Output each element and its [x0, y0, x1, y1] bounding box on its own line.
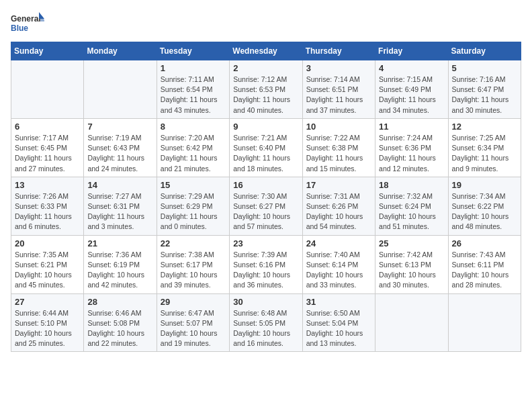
calendar-cell: 20Sunrise: 7:35 AMSunset: 6:21 PMDayligh…	[11, 235, 84, 293]
calendar-cell: 19Sunrise: 7:34 AMSunset: 6:22 PMDayligh…	[448, 177, 521, 235]
page-header: General Blue	[11, 11, 521, 36]
day-info: Sunrise: 7:14 AMSunset: 6:51 PMDaylight:…	[306, 75, 371, 116]
calendar-cell: 18Sunrise: 7:32 AMSunset: 6:24 PMDayligh…	[375, 177, 448, 235]
day-number: 26	[452, 238, 517, 248]
calendar-cell: 22Sunrise: 7:38 AMSunset: 6:17 PMDayligh…	[157, 235, 229, 293]
calendar-cell: 23Sunrise: 7:39 AMSunset: 6:16 PMDayligh…	[230, 235, 302, 293]
day-info: Sunrise: 7:15 AMSunset: 6:49 PMDaylight:…	[379, 75, 444, 116]
day-number: 15	[161, 180, 226, 190]
day-number: 28	[87, 297, 152, 307]
calendar-cell: 13Sunrise: 7:26 AMSunset: 6:33 PMDayligh…	[11, 177, 84, 235]
calendar-cell: 29Sunrise: 6:47 AMSunset: 5:07 PMDayligh…	[157, 293, 229, 352]
day-info: Sunrise: 7:20 AMSunset: 6:42 PMDaylight:…	[161, 133, 226, 174]
day-number: 13	[15, 180, 80, 190]
day-info: Sunrise: 6:48 AMSunset: 5:05 PMDaylight:…	[233, 308, 298, 349]
day-info: Sunrise: 7:17 AMSunset: 6:45 PMDaylight:…	[15, 133, 80, 174]
day-info: Sunrise: 6:50 AMSunset: 5:04 PMDaylight:…	[306, 308, 371, 349]
calendar-cell	[375, 293, 448, 352]
day-number: 1	[161, 63, 226, 73]
day-info: Sunrise: 7:35 AMSunset: 6:21 PMDaylight:…	[15, 250, 80, 291]
calendar-cell: 10Sunrise: 7:22 AMSunset: 6:38 PMDayligh…	[302, 118, 375, 177]
day-info: Sunrise: 7:27 AMSunset: 6:31 PMDaylight:…	[87, 191, 152, 232]
day-info: Sunrise: 7:43 AMSunset: 6:11 PMDaylight:…	[452, 250, 517, 291]
day-header-friday: Friday	[375, 42, 448, 60]
logo: General Blue	[11, 11, 44, 36]
calendar-cell: 7Sunrise: 7:19 AMSunset: 6:43 PMDaylight…	[84, 118, 157, 177]
day-number: 31	[306, 297, 371, 307]
day-info: Sunrise: 7:21 AMSunset: 6:40 PMDaylight:…	[233, 133, 298, 174]
calendar-cell: 14Sunrise: 7:27 AMSunset: 6:31 PMDayligh…	[84, 177, 157, 235]
day-header-monday: Monday	[84, 42, 157, 60]
calendar-cell: 1Sunrise: 7:11 AMSunset: 6:54 PMDaylight…	[157, 60, 229, 119]
day-number: 17	[306, 180, 371, 190]
day-info: Sunrise: 7:12 AMSunset: 6:53 PMDaylight:…	[233, 75, 298, 116]
day-number: 5	[452, 63, 517, 73]
day-info: Sunrise: 7:16 AMSunset: 6:47 PMDaylight:…	[452, 75, 517, 116]
day-number: 27	[15, 297, 80, 307]
day-number: 10	[306, 122, 371, 132]
calendar-cell: 26Sunrise: 7:43 AMSunset: 6:11 PMDayligh…	[448, 235, 521, 293]
calendar-table: SundayMondayTuesdayWednesdayThursdayFrid…	[11, 42, 521, 352]
day-info: Sunrise: 6:46 AMSunset: 5:08 PMDaylight:…	[87, 308, 152, 349]
calendar-cell: 31Sunrise: 6:50 AMSunset: 5:04 PMDayligh…	[302, 293, 375, 352]
calendar-cell	[84, 60, 157, 119]
calendar-week-row: 27Sunrise: 6:44 AMSunset: 5:10 PMDayligh…	[11, 293, 521, 352]
calendar-cell: 21Sunrise: 7:36 AMSunset: 6:19 PMDayligh…	[84, 235, 157, 293]
calendar-cell: 2Sunrise: 7:12 AMSunset: 6:53 PMDaylight…	[230, 60, 302, 119]
day-number: 16	[233, 180, 298, 190]
day-number: 30	[233, 297, 298, 307]
calendar-cell: 16Sunrise: 7:30 AMSunset: 6:27 PMDayligh…	[230, 177, 302, 235]
day-info: Sunrise: 7:25 AMSunset: 6:34 PMDaylight:…	[452, 133, 517, 174]
calendar-cell: 12Sunrise: 7:25 AMSunset: 6:34 PMDayligh…	[448, 118, 521, 177]
day-number: 19	[452, 180, 517, 190]
calendar-cell: 17Sunrise: 7:31 AMSunset: 6:26 PMDayligh…	[302, 177, 375, 235]
day-number: 21	[87, 238, 152, 248]
calendar-cell: 9Sunrise: 7:21 AMSunset: 6:40 PMDaylight…	[230, 118, 302, 177]
day-number: 20	[15, 238, 80, 248]
calendar-cell	[448, 293, 521, 352]
day-number: 29	[161, 297, 226, 307]
day-info: Sunrise: 6:44 AMSunset: 5:10 PMDaylight:…	[15, 308, 80, 349]
calendar-cell	[11, 60, 84, 119]
day-info: Sunrise: 7:38 AMSunset: 6:17 PMDaylight:…	[161, 250, 226, 291]
calendar-cell: 25Sunrise: 7:42 AMSunset: 6:13 PMDayligh…	[375, 235, 448, 293]
day-number: 12	[452, 122, 517, 132]
day-number: 18	[379, 180, 444, 190]
calendar-week-row: 1Sunrise: 7:11 AMSunset: 6:54 PMDaylight…	[11, 60, 521, 119]
calendar-cell: 11Sunrise: 7:24 AMSunset: 6:36 PMDayligh…	[375, 118, 448, 177]
calendar-cell: 8Sunrise: 7:20 AMSunset: 6:42 PMDaylight…	[157, 118, 229, 177]
calendar-cell: 6Sunrise: 7:17 AMSunset: 6:45 PMDaylight…	[11, 118, 84, 177]
day-header-thursday: Thursday	[302, 42, 375, 60]
calendar-cell: 3Sunrise: 7:14 AMSunset: 6:51 PMDaylight…	[302, 60, 375, 119]
day-info: Sunrise: 7:31 AMSunset: 6:26 PMDaylight:…	[306, 191, 371, 232]
day-info: Sunrise: 7:22 AMSunset: 6:38 PMDaylight:…	[306, 133, 371, 174]
day-number: 7	[87, 122, 152, 132]
day-number: 11	[379, 122, 444, 132]
calendar-week-row: 13Sunrise: 7:26 AMSunset: 6:33 PMDayligh…	[11, 177, 521, 235]
day-header-saturday: Saturday	[448, 42, 521, 60]
calendar-cell: 15Sunrise: 7:29 AMSunset: 6:29 PMDayligh…	[157, 177, 229, 235]
day-info: Sunrise: 7:24 AMSunset: 6:36 PMDaylight:…	[379, 133, 444, 174]
day-info: Sunrise: 7:11 AMSunset: 6:54 PMDaylight:…	[161, 75, 226, 116]
day-info: Sunrise: 7:26 AMSunset: 6:33 PMDaylight:…	[15, 191, 80, 232]
calendar-week-row: 6Sunrise: 7:17 AMSunset: 6:45 PMDaylight…	[11, 118, 521, 177]
day-info: Sunrise: 7:39 AMSunset: 6:16 PMDaylight:…	[233, 250, 298, 291]
calendar-week-row: 20Sunrise: 7:35 AMSunset: 6:21 PMDayligh…	[11, 235, 521, 293]
calendar-cell: 5Sunrise: 7:16 AMSunset: 6:47 PMDaylight…	[448, 60, 521, 119]
day-info: Sunrise: 6:47 AMSunset: 5:07 PMDaylight:…	[161, 308, 226, 349]
day-info: Sunrise: 7:32 AMSunset: 6:24 PMDaylight:…	[379, 191, 444, 232]
calendar-cell: 24Sunrise: 7:40 AMSunset: 6:14 PMDayligh…	[302, 235, 375, 293]
day-info: Sunrise: 7:34 AMSunset: 6:22 PMDaylight:…	[452, 191, 517, 232]
day-info: Sunrise: 7:29 AMSunset: 6:29 PMDaylight:…	[161, 191, 226, 232]
day-number: 3	[306, 63, 371, 73]
day-info: Sunrise: 7:19 AMSunset: 6:43 PMDaylight:…	[87, 133, 152, 174]
day-number: 25	[379, 238, 444, 248]
day-header-sunday: Sunday	[11, 42, 84, 60]
logo-svg: General Blue	[11, 11, 44, 36]
day-number: 4	[379, 63, 444, 73]
day-number: 6	[15, 122, 80, 132]
day-header-wednesday: Wednesday	[230, 42, 302, 60]
day-info: Sunrise: 7:30 AMSunset: 6:27 PMDaylight:…	[233, 191, 298, 232]
day-number: 22	[161, 238, 226, 248]
day-number: 8	[161, 122, 226, 132]
